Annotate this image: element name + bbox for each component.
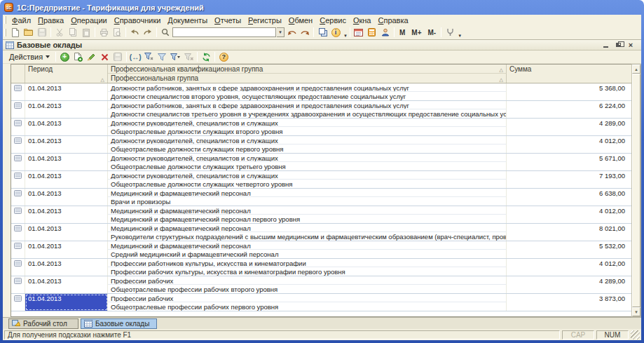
actions-button[interactable]: Действия [6,52,53,62]
undo-icon[interactable] [128,27,141,39]
table-row[interactable]: 01.04.2013 Должности работников, занятых… [11,101,631,119]
cell-subgroup[interactable]: Средний медицинский и фармацевтический п… [108,250,507,258]
filter-value-icon[interactable] [156,51,168,63]
cell-group[interactable]: Медицинский и фармацевтический персонал [108,241,507,250]
calendar-icon[interactable] [352,27,365,39]
memory-m-button[interactable]: M [397,29,408,36]
cell-sum[interactable]: 8 021,00 [507,224,631,232]
table-row[interactable]: 01.04.2013 Медицинский и фармацевтически… [11,241,631,259]
cell-period[interactable]: 01.04.2013 [25,119,108,135]
memory-m-plus-button[interactable]: M+ [409,29,424,36]
close-icon[interactable]: × [626,41,636,49]
delete-icon[interactable] [98,51,111,63]
open-icon[interactable] [22,27,35,39]
menu-item[interactable]: Окна [350,16,375,25]
cell-sum[interactable]: 6 638,00 [507,189,631,197]
table-row[interactable]: 01.04.2013 Медицинский и фармацевтически… [11,206,631,224]
calculator-icon[interactable] [366,27,378,39]
menu-item[interactable]: Файл [8,16,34,25]
table-row[interactable]: 01.04.2013 Должности руководителей, спец… [11,119,631,136]
cell-group[interactable]: Должности работников, занятых в сфере зд… [108,101,507,109]
menu-item[interactable]: Операции [67,16,110,25]
documents-icon[interactable] [316,27,329,39]
tab-desktop[interactable]: Рабочий стол [8,318,78,329]
filter-history-icon[interactable] [169,51,181,63]
memory-m-minus-button[interactable]: M- [425,29,439,36]
cell-period[interactable]: 01.04.2013 [25,206,108,223]
cell-period[interactable]: 01.04.2013 [25,294,108,311]
cell-subgroup[interactable]: Должности специалистов третьего уровня в… [108,109,507,118]
cell-period[interactable]: 01.04.2013 [25,136,108,153]
cell-group[interactable]: Профессии работников культуры, искусства… [108,259,507,267]
cell-subgroup[interactable]: Должности специалистов второго уровня, о… [108,92,507,100]
table-row[interactable]: 01.04.2013 Профессии рабочих Общеотрасле… [11,276,631,294]
cell-group[interactable]: Профессии рабочих [108,276,507,285]
table-row[interactable]: 01.04.2013 Профессии рабочих Общеотрасле… [11,294,631,311]
cell-subgroup[interactable]: Общеотраслевые должности служащих первог… [108,144,507,153]
menu-item[interactable]: Регистры [245,16,285,25]
cell-subgroup[interactable]: Общеотраслевые должности служащих третье… [108,162,507,170]
table-row[interactable]: 01.04.2013 Должности работников, занятых… [11,83,631,101]
cell-period[interactable]: 01.04.2013 [25,259,108,276]
title-bar[interactable]: 1С 1С:Предприятие - Тарификация для учре… [0,0,644,15]
save-icon[interactable] [36,27,48,39]
table-row[interactable]: 01.04.2013 Должности руководителей, спец… [11,154,631,171]
cell-sum[interactable]: 5 368,00 [507,83,631,92]
cell-group[interactable]: Должности работников, занятых в сфере зд… [108,83,507,92]
menu-item[interactable]: Справка [374,16,411,25]
cell-sum[interactable]: 4 289,00 [507,276,631,285]
edit-icon[interactable] [85,51,97,63]
cell-subgroup[interactable]: Медицинский и фармацевтический персонал … [108,215,507,223]
help-icon[interactable]: ? [217,51,230,63]
cell-sum[interactable]: 4 289,00 [507,119,631,127]
cell-subgroup[interactable]: Общеотраслевые должности служащих четвер… [108,180,507,188]
scrollbar-thumb[interactable] [632,74,640,307]
menu-item[interactable]: Правка [34,16,67,25]
find-previous-icon[interactable] [285,27,298,39]
menu-grip[interactable] [4,16,6,24]
cell-sum[interactable]: 4 012,00 [507,259,631,267]
cell-subgroup[interactable]: Врачи и провизоры [108,197,507,206]
cell-sum[interactable]: 5 671,00 [507,154,631,162]
filter-clear-icon[interactable] [182,51,195,63]
cell-group[interactable]: Профессии рабочих [108,294,507,302]
cell-group[interactable]: Должности руководителей, специалистов и … [108,154,507,162]
cell-subgroup[interactable]: Общеотраслевые профессии рабочих второго… [108,285,507,293]
menu-item[interactable]: Документы [164,16,211,25]
cell-sum[interactable]: 5 532,00 [507,241,631,250]
cell-sum[interactable]: 3 873,00 [507,294,631,302]
cell-group[interactable]: Должности руководителей, специалистов и … [108,119,507,127]
scroll-down-icon[interactable]: ▼ [632,307,640,316]
cell-period[interactable]: 01.04.2013 [25,171,108,188]
header-period[interactable]: Период △ [25,65,108,83]
scroll-up-icon[interactable]: ▲ [632,65,640,74]
cell-group[interactable]: Медицинский и фармацевтический персонал [108,189,507,197]
save-record-icon[interactable] [111,51,124,63]
refresh-icon[interactable] [200,51,212,63]
add-copy-icon[interactable] [71,51,84,63]
cell-period[interactable]: 01.04.2013 [25,189,108,206]
header-icon-column[interactable] [11,65,25,83]
menu-item[interactable]: Отчеты [211,16,245,25]
cell-sum[interactable]: 4 012,00 [507,136,631,144]
header-sum[interactable]: Сумма [507,65,631,83]
add-icon[interactable]: + [58,51,71,63]
cell-subgroup[interactable]: Руководители структурных подразделений с… [108,232,507,241]
header-group[interactable]: Профессиональная квалификационная группа… [108,65,507,74]
info-dropdown-icon[interactable]: ▼ [343,34,348,39]
cell-period[interactable]: 01.04.2013 [25,224,108,241]
cut-icon[interactable] [53,27,66,39]
cell-period[interactable]: 01.04.2013 [25,83,108,100]
menu-item[interactable]: Сервис [316,16,350,25]
set-interval-icon[interactable]: (↔) [129,51,142,63]
redo-icon[interactable] [142,27,154,39]
cell-period[interactable]: 01.04.2013 [25,241,108,258]
print-preview-icon[interactable] [111,27,123,39]
menu-item[interactable]: Обмен [285,16,316,25]
cell-subgroup[interactable]: Профессии рабочих культуры, искусства и … [108,267,507,276]
cell-sum[interactable]: 4 012,00 [507,206,631,215]
filter-sort-icon[interactable] [142,51,155,63]
tab-base-salaries[interactable]: Базовые оклады [81,318,157,329]
cell-group[interactable]: Медицинский и фармацевтический персонал [108,206,507,215]
child-window-title-bar[interactable]: Базовые оклады × [3,39,641,51]
